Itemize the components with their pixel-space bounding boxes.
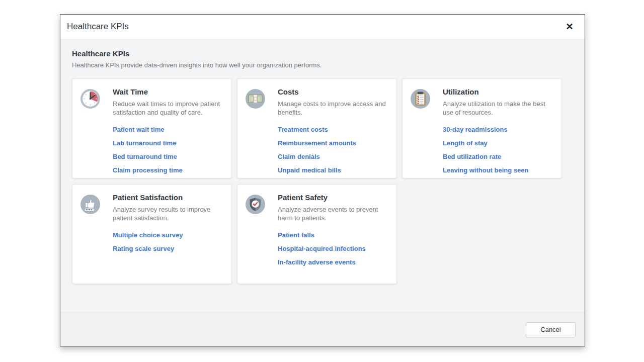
kpi-link-in-facility-adverse-events[interactable]: In-facility adverse events — [278, 258, 356, 266]
dialog-title: Healthcare KPIs — [67, 22, 129, 32]
kpi-link-multiple-choice-survey[interactable]: Multiple choice survey — [113, 231, 183, 239]
kpi-card-content: Patient Satisfaction Analyze survey resu… — [113, 193, 224, 257]
kpi-card-description: Reduce wait times to improve patient sat… — [113, 100, 224, 117]
kpi-link-patient-wait-time[interactable]: Patient wait time — [113, 126, 165, 133]
kpi-link-30-day-readmissions[interactable]: 30-day readmissions — [443, 126, 508, 133]
kpi-link-claim-processing-time[interactable]: Claim processing time — [113, 166, 183, 174]
kpi-card-wait-time: Wait Time Reduce wait times to improve p… — [72, 78, 232, 178]
kpi-card-title: Utilization — [443, 87, 554, 96]
kpi-link-claim-denials[interactable]: Claim denials — [278, 153, 320, 160]
kpi-card-title: Wait Time — [113, 87, 224, 96]
kpi-link-reimbursement-amounts[interactable]: Reimbursement amounts — [278, 139, 356, 147]
kpi-card-content: Patient Safety Analyze adverse events to… — [278, 193, 389, 271]
kpi-card-description: Analyze utilization to make the best use… — [443, 100, 554, 117]
kpi-link-length-of-stay[interactable]: Length of stay — [443, 139, 488, 147]
kpi-link-list: Treatment costs Reimbursement amounts Cl… — [278, 125, 389, 174]
kpi-card-patient-safety: Patient Safety Analyze adverse events to… — [237, 184, 397, 284]
kpi-link-unpaid-medical-bills[interactable]: Unpaid medical bills — [278, 166, 341, 174]
kpi-link-bed-turnaround-time[interactable]: Bed turnaround time — [113, 153, 177, 160]
kpi-card-utilization: Utilization Analyze utilization to make … — [402, 78, 562, 178]
kpi-card-title: Patient Safety — [278, 193, 389, 202]
kpi-card-title: Costs — [278, 87, 389, 96]
kpi-link-rating-scale-survey[interactable]: Rating scale survey — [113, 245, 174, 252]
kpi-link-list: Multiple choice survey Rating scale surv… — [113, 230, 224, 253]
kpi-card-content: Wait Time Reduce wait times to improve p… — [113, 87, 224, 179]
kpi-card-content: Utilization Analyze utilization to make … — [443, 87, 554, 179]
cancel-button[interactable]: Cancel — [526, 322, 576, 337]
kpi-card-description: Analyze survey results to improve patien… — [113, 205, 224, 222]
dialog-header: Healthcare KPIs ✕ — [60, 15, 585, 39]
kpi-link-hospital-acquired-infections[interactable]: Hospital-acquired infections — [278, 245, 366, 252]
kpi-link-patient-falls[interactable]: Patient falls — [278, 231, 314, 239]
kpi-card-description: Analyze adverse events to prevent harm t… — [278, 205, 389, 222]
kpi-link-list: 30-day readmissions Length of stay Bed u… — [443, 125, 554, 174]
thumbs-up-icon — [80, 194, 101, 215]
kpi-link-treatment-costs[interactable]: Treatment costs — [278, 126, 328, 133]
kpi-card-description: Manage costs to improve access and benef… — [278, 100, 389, 117]
kpi-card-patient-satisfaction: Patient Satisfaction Analyze survey resu… — [72, 184, 232, 284]
section-heading: Healthcare KPIs — [72, 49, 573, 58]
kpi-card-title: Patient Satisfaction — [113, 193, 224, 202]
kpi-link-leaving-without-being-seen[interactable]: Leaving without being seen — [443, 166, 528, 174]
healthcare-kpis-dialog: Healthcare KPIs ✕ Healthcare KPIs Health… — [60, 14, 585, 346]
money-icon — [245, 88, 266, 109]
kpi-link-list: Patient wait time Lab turnaround time Be… — [113, 125, 224, 174]
kpi-link-lab-turnaround-time[interactable]: Lab turnaround time — [113, 139, 176, 147]
dialog-footer: Cancel — [60, 313, 585, 346]
clipboard-checklist-icon — [410, 88, 431, 109]
shield-check-icon — [245, 194, 266, 215]
kpi-card-costs: Costs Manage costs to improve access and… — [237, 78, 397, 178]
kpi-cards-grid: Wait Time Reduce wait times to improve p… — [72, 78, 573, 284]
kpi-card-content: Costs Manage costs to improve access and… — [278, 87, 389, 179]
dialog-body: Healthcare KPIs Healthcare KPIs provide … — [60, 39, 585, 313]
clock-icon — [80, 88, 101, 109]
close-icon[interactable]: ✕ — [562, 20, 577, 34]
kpi-link-list: Patient falls Hospital-acquired infectio… — [278, 230, 389, 266]
kpi-link-bed-utilization-rate[interactable]: Bed utilization rate — [443, 153, 501, 160]
section-subtitle: Healthcare KPIs provide data-driven insi… — [72, 61, 573, 69]
